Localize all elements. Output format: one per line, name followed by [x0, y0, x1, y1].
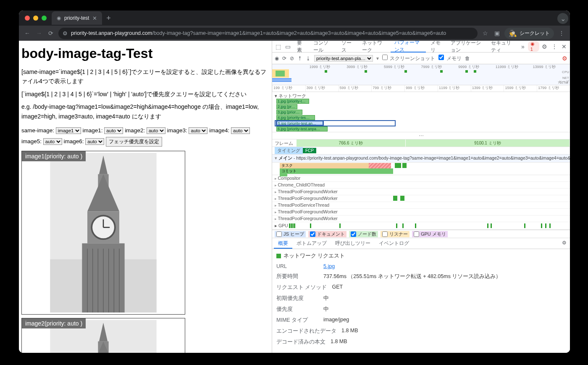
chip-js-heap[interactable]: JS ヒープ: [275, 231, 306, 237]
v-url[interactable]: 5.jpg: [323, 263, 335, 269]
heap-legend: JS ヒープ ドキュメント ノード数 リスナー GPU メモリ: [272, 230, 570, 238]
fcp-marker[interactable]: FCP: [303, 148, 316, 153]
minimize-window-button[interactable]: [33, 16, 38, 21]
overview-net-bar2: [272, 80, 291, 82]
tab-application[interactable]: アプリケーション: [447, 41, 486, 53]
gpu-track[interactable]: ▸ GPU: [272, 222, 570, 230]
image3-select[interactable]: auto: [189, 127, 207, 134]
incognito-indicator[interactable]: 🕵 シークレット: [504, 28, 554, 39]
task-chunk2[interactable]: [402, 163, 407, 168]
detail-section-title: ネットワーク リクエスト: [284, 252, 345, 260]
image6-select[interactable]: auto: [85, 138, 104, 145]
task-chunk[interactable]: [395, 163, 401, 168]
detail-tabs: 概要 ボトムアップ 呼び出しツリー イベントログ ⚙: [272, 238, 570, 249]
submit-button[interactable]: フェッチ優先度を設定: [106, 137, 162, 147]
panel-icon[interactable]: ▣: [493, 30, 501, 37]
tab-summary[interactable]: 概要: [274, 238, 292, 249]
frame-segment-1[interactable]: 766.6 ミリ秒: [297, 139, 406, 147]
thread-compositor[interactable]: Compositor: [272, 175, 570, 182]
commit-bar[interactable]: コミット: [280, 168, 393, 174]
frame-segment-2[interactable]: 9100.1 ミリ秒: [406, 139, 570, 147]
net-bar-5[interactable]: 5.jpg (priority-test.an…: [276, 121, 323, 126]
device-toggle-icon[interactable]: ▭: [284, 43, 292, 50]
tab-security[interactable]: セキュリティ: [487, 41, 519, 53]
image2-select[interactable]: auto: [147, 127, 165, 134]
browser-tab[interactable]: ◉ priority-test ✕: [52, 11, 102, 25]
overflow-icon[interactable]: »: [520, 43, 526, 50]
page-content: body-image-tag-Test [same-image=`image${…: [19, 41, 272, 353]
image1-content: [49, 153, 158, 312]
image5-select[interactable]: auto: [43, 138, 62, 145]
thread-tpfw-3[interactable]: ThreadPoolForegroundWorker: [272, 209, 570, 215]
v-method: GET: [332, 284, 343, 291]
reload-record-icon[interactable]: ⟳: [282, 55, 286, 61]
thread-tpfw-2[interactable]: ThreadPoolForegroundWorker: [272, 195, 570, 202]
bookmark-star-icon[interactable]: ☆: [481, 30, 489, 37]
domain-select[interactable]: priority-test.anpan-pla…: [314, 55, 373, 62]
k-url: URL: [276, 263, 318, 269]
chrome-menu-button[interactable]: ⋮: [557, 30, 566, 37]
tab-network[interactable]: ネットワーク: [358, 41, 390, 53]
tab-calltree[interactable]: 呼び出しツリー: [331, 238, 375, 249]
memory-checkbox[interactable]: メモリ: [438, 55, 461, 62]
tab-performance[interactable]: パフォーマンス: [391, 41, 426, 53]
chevron-down-icon[interactable]: ⌄: [557, 13, 568, 24]
more-icon[interactable]: ⋮: [550, 43, 559, 50]
close-devtools-icon[interactable]: ✕: [560, 43, 568, 50]
capture-settings-icon[interactable]: ⚙: [562, 55, 567, 62]
clear-icon[interactable]: ⊘: [290, 55, 294, 61]
reload-button[interactable]: ⟳: [47, 30, 55, 37]
net-bar-6[interactable]: 6.jpg (priority-test.anpa…: [276, 126, 328, 131]
thread-tpfw-1[interactable]: ThreadPoolForegroundWorker: [272, 189, 570, 195]
net-size: 703 kB: [558, 81, 568, 84]
chip-documents[interactable]: ドキュメント: [308, 231, 346, 237]
network-track-label[interactable]: ▾ ネットワーク: [272, 92, 570, 100]
close-tab-icon[interactable]: ✕: [92, 15, 97, 21]
net-bar-3[interactable]: 3.jpg (prior…: [276, 110, 302, 115]
image4-select[interactable]: auto: [231, 127, 250, 134]
maximize-window-button[interactable]: [42, 16, 47, 21]
settings-icon[interactable]: ⚙: [540, 43, 549, 50]
network-track: ▾ ネットワーク 1.jpg (priority-t… 2.jpg (pr… 3…: [272, 92, 570, 132]
overview-timeline[interactable]: 1999 ミリ秒 3999 ミリ秒5999 ミリ秒 7999 ミリ秒9999 ミ…: [272, 64, 570, 85]
image1-select[interactable]: auto: [104, 127, 123, 134]
v-prio: 中: [323, 306, 329, 313]
save-icon[interactable]: ⭳: [306, 55, 311, 61]
url-path: /body-image-tag?same-image=image1&image1…: [152, 30, 446, 36]
forward-button[interactable]: →: [35, 30, 43, 37]
chip-gpu-memory[interactable]: GPU メモリ: [412, 231, 448, 237]
address-bar[interactable]: ⚙ priority-test.anpan-playground.com/bod…: [58, 28, 478, 39]
new-tab-button[interactable]: +: [106, 14, 111, 23]
detail-settings-icon[interactable]: ⚙: [559, 238, 570, 249]
main-thread-header[interactable]: ▾メイン - https://priority-test.anpan-playg…: [272, 155, 570, 163]
tab-sources[interactable]: ソース: [338, 41, 357, 53]
collapsed-rows[interactable]: ⋯: [272, 132, 570, 139]
tab-elements[interactable]: 要素: [293, 41, 309, 53]
thread-tpst[interactable]: ThreadPoolServiceThread: [272, 202, 570, 209]
thread-tpfw-4[interactable]: ThreadPoolForegroundWorker: [272, 215, 570, 222]
net-bar-4[interactable]: 4.jpg (priority-tes…: [276, 115, 315, 120]
close-window-button[interactable]: [25, 16, 30, 21]
page-heading: body-image-tag-Test: [21, 46, 268, 61]
trash-icon[interactable]: 🗑: [465, 55, 470, 61]
chip-listeners[interactable]: リスナー: [381, 231, 410, 237]
tab-console[interactable]: コンソール: [310, 41, 337, 53]
tab-memory[interactable]: メモリ: [427, 41, 446, 53]
chip-nodes[interactable]: ノード数: [349, 231, 378, 237]
site-settings-icon[interactable]: ⚙: [63, 30, 68, 37]
k-mime: MIME タイプ: [276, 317, 318, 324]
screenshot-checkbox[interactable]: スクリーンショット: [382, 55, 435, 62]
tab-eventlog[interactable]: イベントログ: [375, 238, 413, 249]
back-button[interactable]: ←: [23, 30, 32, 37]
thread-childio[interactable]: Chrome_ChildIOThread: [272, 182, 570, 189]
error-badge[interactable]: ◉ 1: [528, 41, 539, 52]
record-icon[interactable]: ◉: [275, 55, 279, 61]
same-image-select[interactable]: image1: [56, 127, 81, 134]
load-icon[interactable]: ⭱: [297, 55, 302, 61]
main-thread-track: タスク コミット: [272, 163, 570, 175]
flamechart[interactable]: 199 ミリ秒399 ミリ秒 599 ミリ秒799 ミリ秒 999 ミリ秒119…: [272, 85, 570, 230]
inspect-icon[interactable]: ⬚: [274, 43, 283, 50]
tab-bottomup[interactable]: ボトムアップ: [292, 238, 331, 249]
net-bar-2[interactable]: 2.jpg (pr…: [276, 104, 297, 109]
net-bar-1[interactable]: 1.jpg (priority-t…: [276, 99, 309, 104]
